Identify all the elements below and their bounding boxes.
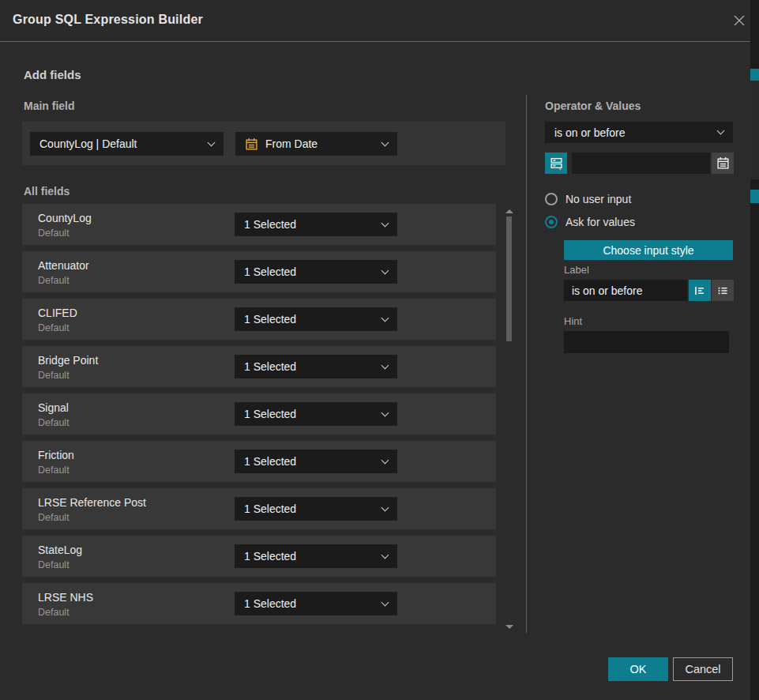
chevron-down-icon	[381, 138, 389, 146]
field-values-selected-label: 1 Selected	[244, 313, 296, 326]
scrollbar-thumb[interactable]	[506, 216, 512, 341]
radio-no-user-input[interactable]: No user input	[545, 193, 631, 205]
operator-select-value: is on or before	[554, 126, 626, 139]
field-values-select[interactable]: 1 Selected	[235, 497, 397, 521]
field-row: LRSE NHS Default 1 Selected	[22, 583, 496, 624]
field-values-selected-label: 1 Selected	[244, 218, 296, 231]
chevron-down-icon	[381, 361, 389, 369]
value-source-button[interactable]	[545, 152, 567, 174]
chevron-down-icon	[381, 219, 389, 227]
field-sublabel: Default	[38, 275, 70, 286]
single-line-style-button[interactable]	[689, 280, 711, 301]
add-fields-heading: Add fields	[24, 68, 81, 81]
field-name: Friction	[38, 449, 74, 461]
field-row: Attenuator Default 1 Selected	[22, 251, 496, 292]
chevron-down-icon	[717, 127, 725, 135]
layer-select[interactable]: CountyLog | Default	[30, 132, 224, 156]
field-values-select[interactable]: 1 Selected	[235, 450, 397, 473]
background-fragment	[750, 190, 759, 203]
date-picker-button[interactable]	[712, 152, 734, 174]
background-fragment	[750, 69, 759, 81]
label-input[interactable]	[564, 280, 687, 301]
field-row: Bridge Point Default 1 Selected	[22, 346, 496, 387]
field-values-selected-label: 1 Selected	[244, 455, 296, 468]
field-sublabel: Default	[38, 607, 70, 618]
panel-divider	[526, 95, 527, 633]
field-values-selected-label: 1 Selected	[244, 502, 296, 515]
scrollbar-down-arrow[interactable]	[505, 625, 513, 629]
field-row: Friction Default 1 Selected	[22, 441, 496, 482]
group-sql-expression-builder-dialog: { "colors": { "accent": "#0d7d8f", "cale…	[0, 0, 759, 700]
field-name: CLIFED	[38, 307, 77, 319]
chevron-down-icon	[381, 266, 389, 274]
field-name: Signal	[38, 401, 69, 414]
field-name: Bridge Point	[38, 354, 98, 367]
hint-field-label: Hint	[564, 315, 582, 327]
main-field-select[interactable]: From Date	[235, 132, 397, 156]
field-sublabel: Default	[38, 228, 70, 239]
operator-values-heading: Operator & Values	[545, 100, 641, 112]
calendar-icon	[716, 156, 730, 170]
chevron-down-icon	[381, 408, 389, 416]
chevron-down-icon	[381, 503, 389, 511]
field-sublabel: Default	[38, 559, 70, 570]
field-values-select[interactable]: 1 Selected	[235, 544, 397, 568]
all-fields-list: CountyLog Default 1 Selected Attenuator …	[22, 204, 496, 630]
chevron-down-icon	[381, 598, 389, 606]
radio-label: No user input	[565, 193, 631, 205]
calendar-icon	[245, 137, 258, 151]
field-values-select[interactable]: 1 Selected	[235, 592, 397, 615]
operator-select[interactable]: is on or before	[545, 122, 733, 143]
field-name: StateLog	[38, 544, 82, 556]
field-values-selected-label: 1 Selected	[244, 597, 296, 610]
field-sublabel: Default	[38, 512, 70, 523]
cancel-button[interactable]: Cancel	[673, 657, 733, 681]
dialog-title: Group SQL Expression Builder	[13, 13, 203, 27]
field-values-select[interactable]: 1 Selected	[235, 355, 397, 378]
align-left-icon	[693, 284, 706, 297]
field-values-selected-label: 1 Selected	[244, 360, 296, 373]
radio-icon	[545, 216, 558, 228]
field-row: CountyLog Default 1 Selected	[22, 204, 496, 245]
dialog-titlebar: Group SQL Expression Builder	[0, 0, 759, 42]
field-sublabel: Default	[38, 370, 70, 381]
field-row: StateLog Default 1 Selected	[22, 536, 496, 577]
field-row: Signal Default 1 Selected	[22, 393, 496, 435]
chevron-down-icon	[381, 456, 389, 464]
all-fields-label: All fields	[24, 185, 70, 198]
background-fragment	[750, 81, 759, 179]
close-icon	[733, 14, 746, 27]
list-style-button[interactable]	[712, 280, 734, 301]
label-field-label: Label	[564, 264, 589, 276]
scrollbar-up-arrow[interactable]	[505, 209, 513, 213]
radio-label: Ask for values	[565, 216, 635, 228]
choose-input-style-button[interactable]: Choose input style	[564, 240, 733, 260]
background-app-edge	[750, 0, 759, 700]
field-sublabel: Default	[38, 465, 70, 476]
chevron-down-icon	[208, 138, 216, 146]
layer-select-value: CountyLog | Default	[39, 137, 137, 150]
field-values-select[interactable]: 1 Selected	[235, 213, 397, 236]
ok-button[interactable]: OK	[608, 657, 668, 681]
main-field-select-value: From Date	[265, 137, 318, 150]
hint-input[interactable]	[564, 331, 729, 353]
field-name: LRSE NHS	[38, 591, 93, 604]
field-values-selected-label: 1 Selected	[244, 265, 296, 278]
field-values-select[interactable]: 1 Selected	[235, 260, 397, 284]
field-values-select[interactable]: 1 Selected	[235, 307, 397, 331]
field-sublabel: Default	[38, 417, 70, 428]
field-row: CLIFED Default 1 Selected	[22, 299, 496, 340]
field-row: LRSE Reference Post Default 1 Selected	[22, 488, 496, 529]
field-values-selected-label: 1 Selected	[244, 408, 296, 420]
close-button[interactable]	[731, 12, 748, 29]
field-values-selected-label: 1 Selected	[244, 550, 296, 563]
field-name: LRSE Reference Post	[38, 496, 146, 509]
radio-ask-for-values[interactable]: Ask for values	[545, 216, 635, 228]
field-values-select[interactable]: 1 Selected	[235, 402, 397, 426]
chevron-down-icon	[381, 314, 389, 322]
main-field-label: Main field	[24, 100, 75, 112]
value-input[interactable]	[572, 152, 710, 174]
main-field-panel: CountyLog | Default From Date	[22, 122, 505, 165]
list-icon	[716, 284, 729, 297]
radio-icon	[545, 193, 558, 205]
